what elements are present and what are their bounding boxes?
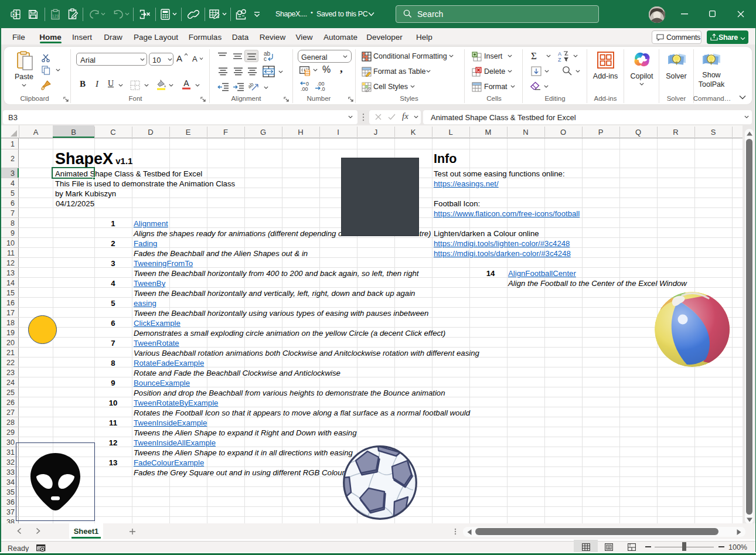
- svg-text:Z: Z: [558, 57, 561, 62]
- svg-text:.0: .0: [321, 86, 325, 91]
- svg-text:.00: .00: [301, 86, 308, 91]
- svg-text:A: A: [183, 79, 189, 88]
- svg-text:A: A: [558, 51, 561, 57]
- svg-text:123: 123: [52, 14, 59, 18]
- svg-text:c: c: [264, 56, 267, 62]
